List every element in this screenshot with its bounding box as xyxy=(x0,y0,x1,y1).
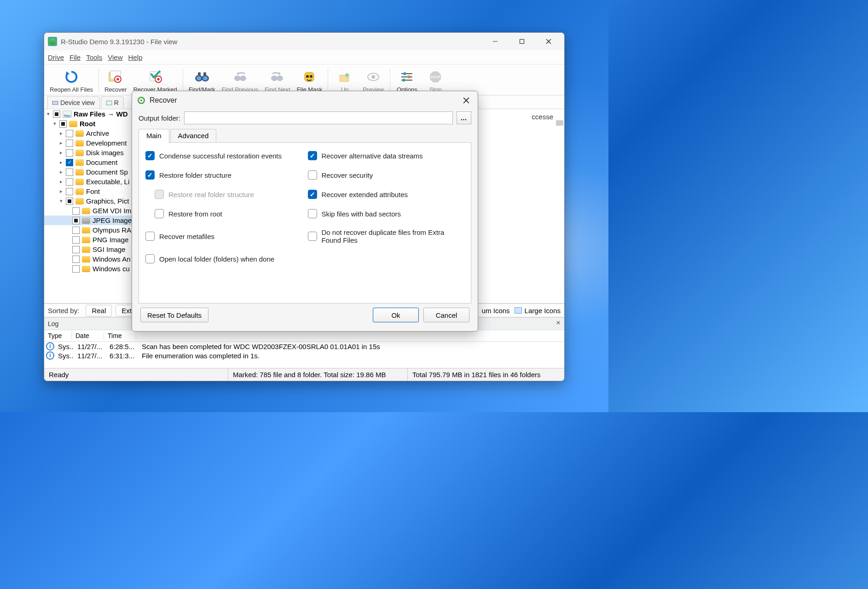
toolbar-stop[interactable]: STOP Stop xyxy=(422,68,449,94)
checkbox[interactable] xyxy=(66,169,73,176)
sort-real[interactable]: Real xyxy=(86,305,112,316)
toolbar-find-mark[interactable]: Find/Mark xyxy=(186,68,218,94)
toolbar-label: Recover xyxy=(104,86,127,93)
recover-icon xyxy=(107,69,124,85)
log-row[interactable]: i Sys... 11/27/... 6:28:5... Scan has be… xyxy=(44,342,564,351)
checkbox[interactable] xyxy=(145,254,155,263)
toolbar-file-mask[interactable]: File Mask xyxy=(294,68,325,94)
window-controls xyxy=(486,35,558,48)
svg-rect-40 xyxy=(52,101,58,105)
toolbar-reopen-all[interactable]: Reopen All Files xyxy=(47,68,96,94)
checkbox[interactable] xyxy=(66,198,73,205)
folder-icon xyxy=(75,188,84,195)
view-large-icons[interactable]: Large Icons xyxy=(515,307,561,315)
toolbar-up[interactable]: Up xyxy=(331,68,359,94)
checkbox[interactable] xyxy=(72,217,80,224)
opt-ext-attr[interactable]: Recover extended attributes xyxy=(308,190,465,199)
hint-text: ccesse xyxy=(532,113,553,121)
status-marked: Marked: 785 file and 8 folder. Total siz… xyxy=(228,368,408,381)
menu-view[interactable]: View xyxy=(108,53,122,61)
toolbar-recover-marked[interactable]: Recover Marked xyxy=(130,68,179,94)
checkbox[interactable] xyxy=(72,227,80,234)
opt-condense[interactable]: Condense successful restoration events xyxy=(145,151,302,160)
checkbox[interactable] xyxy=(59,120,67,128)
checkbox[interactable] xyxy=(66,130,73,137)
dialog-title-bar: Recover xyxy=(132,91,478,110)
reset-defaults-button[interactable]: Reset To Defaults xyxy=(140,308,208,322)
info-icon: i xyxy=(46,351,54,360)
checkbox[interactable] xyxy=(72,265,80,273)
checkbox[interactable] xyxy=(308,232,317,241)
svg-rect-19 xyxy=(203,72,206,76)
checkbox[interactable] xyxy=(145,232,155,241)
tab-raw-files[interactable]: R xyxy=(101,96,124,109)
checkbox[interactable] xyxy=(66,159,73,166)
checkbox[interactable] xyxy=(145,170,155,180)
tab-advanced[interactable]: Advanced xyxy=(170,129,217,143)
toolbar-recover[interactable]: Recover xyxy=(102,68,129,94)
opt-no-dup[interactable]: Do not recover duplicate files from Extr… xyxy=(308,228,465,244)
svg-point-20 xyxy=(234,76,241,81)
browse-button[interactable]: … xyxy=(457,111,471,124)
opt-restore-root[interactable]: Restore from root xyxy=(155,209,302,218)
opt-skip-bad[interactable]: Skip files with bad sectors xyxy=(308,209,465,218)
app-icon xyxy=(48,37,57,46)
checkbox[interactable] xyxy=(72,246,80,253)
menu-help[interactable]: Help xyxy=(128,53,142,61)
tab-main[interactable]: Main xyxy=(139,129,169,143)
log-close[interactable]: ✕ xyxy=(556,320,561,326)
checkbox[interactable] xyxy=(308,190,317,199)
checkbox[interactable] xyxy=(72,256,80,263)
checkbox[interactable] xyxy=(308,209,317,218)
toolbar-find-previous[interactable]: Find Previous xyxy=(219,68,261,94)
opt-alt-streams[interactable]: Recover alternative data streams xyxy=(308,151,465,160)
output-folder-input[interactable] xyxy=(184,111,453,124)
svg-point-21 xyxy=(240,76,246,81)
ok-button[interactable]: Ok xyxy=(373,308,419,322)
checkbox[interactable] xyxy=(308,151,317,160)
opt-restore-folder[interactable]: Restore folder structure xyxy=(145,170,302,180)
dialog-title: Recover xyxy=(150,96,459,105)
title-bar: R-Studio Demo 9.3.191230 - File view xyxy=(44,33,564,50)
checkbox[interactable] xyxy=(66,140,73,147)
folder-icon xyxy=(82,266,90,272)
toolbar-label: Reopen All Files xyxy=(50,86,93,93)
checkbox[interactable] xyxy=(66,149,73,157)
cancel-button[interactable]: Cancel xyxy=(423,308,469,322)
up-icon xyxy=(336,69,353,85)
toolbar-find-next[interactable]: Find Next xyxy=(262,68,293,94)
log-row[interactable]: i Sys... 11/27/... 6:31:3... File enumer… xyxy=(44,351,564,360)
menu-bar: Drive File Tools View Help xyxy=(44,50,564,64)
maximize-button[interactable] xyxy=(513,35,531,48)
opt-recover-security[interactable]: Recover security xyxy=(308,170,465,180)
col-time[interactable]: Time xyxy=(104,332,136,339)
opt-open-local[interactable]: Open local folder (folders) when done xyxy=(145,254,464,263)
tab-device-view[interactable]: Device view xyxy=(47,96,100,109)
close-button[interactable] xyxy=(539,35,558,48)
opt-restore-real: Restore real folder structure xyxy=(155,190,302,199)
menu-drive[interactable]: Drive xyxy=(48,53,64,61)
col-type[interactable]: Type xyxy=(44,332,72,339)
checkbox[interactable] xyxy=(308,170,317,180)
toolbar-options[interactable]: Options xyxy=(393,68,421,94)
checkbox[interactable] xyxy=(72,236,80,244)
raw-icon xyxy=(106,99,112,106)
checkbox[interactable] xyxy=(66,188,73,195)
toolbar-preview[interactable]: Preview xyxy=(359,68,387,94)
checkbox[interactable] xyxy=(53,111,60,118)
scrollbar[interactable] xyxy=(556,120,563,126)
checkbox[interactable] xyxy=(72,207,80,215)
col-date[interactable]: Date xyxy=(72,332,104,339)
menu-tools[interactable]: Tools xyxy=(86,53,102,61)
svg-point-31 xyxy=(371,75,375,79)
opt-metafiles[interactable]: Recover metafiles xyxy=(145,228,302,244)
menu-file[interactable]: File xyxy=(69,53,81,61)
minimize-button[interactable] xyxy=(486,35,504,48)
checkbox[interactable] xyxy=(66,178,73,186)
checkbox[interactable] xyxy=(155,209,164,218)
dialog-close-button[interactable] xyxy=(459,93,473,107)
view-medium-icons[interactable]: um Icons xyxy=(482,307,510,315)
checkbox[interactable] xyxy=(145,151,155,160)
log-rows: i Sys... 11/27/... 6:28:5... Scan has be… xyxy=(44,342,564,368)
dialog-body: Output folder: … Main Advanced Condense … xyxy=(132,110,478,331)
